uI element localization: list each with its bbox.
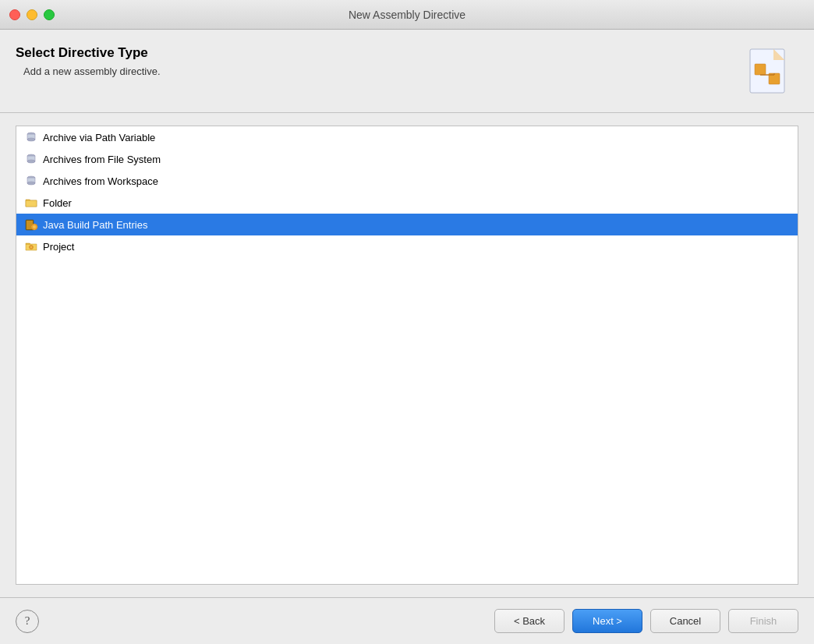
list-item[interactable]: Project (16, 235, 798, 257)
page-title: Select Directive Type (16, 45, 161, 61)
list-section: Archive via Path Variable Archives from … (0, 113, 814, 597)
list-item-label: Folder (43, 197, 72, 209)
button-bar: ? < Back Next > Cancel Finish (0, 597, 814, 644)
project-folder-icon (24, 239, 38, 253)
wizard-icon (744, 45, 798, 100)
finish-button[interactable]: Finish (728, 609, 798, 633)
list-item-label: Java Build Path Entries (43, 219, 147, 231)
list-item[interactable]: Archives from Workspace (16, 170, 798, 192)
button-bar-left: ? (16, 610, 39, 633)
main-content: Select Directive Type Add a new assembly… (0, 30, 814, 644)
svg-point-22 (33, 225, 36, 228)
svg-point-28 (30, 246, 32, 248)
list-item-label: Archive via Path Variable (43, 132, 155, 143)
archive-icon (24, 130, 38, 144)
list-item[interactable]: Folder (16, 192, 798, 214)
button-bar-right: < Back Next > Cancel Finish (494, 609, 798, 633)
maximize-button[interactable] (44, 9, 55, 20)
list-item-label: Project (43, 241, 74, 253)
java-build-icon (24, 218, 38, 232)
titlebar-buttons (9, 9, 55, 20)
titlebar: New Assembly Directive (0, 0, 814, 30)
window-title: New Assembly Directive (349, 9, 465, 21)
archive-icon (24, 152, 38, 166)
header-text: Select Directive Type Add a new assembly… (16, 45, 161, 77)
minimize-button[interactable] (27, 9, 37, 20)
svg-rect-3 (755, 64, 766, 75)
header-section: Select Directive Type Add a new assembly… (0, 30, 814, 113)
list-item-label: Archives from Workspace (43, 175, 158, 187)
svg-rect-24 (34, 228, 35, 230)
next-button[interactable]: Next > (572, 609, 642, 633)
help-button[interactable]: ? (16, 610, 39, 633)
list-item[interactable]: Archives from File System (16, 148, 798, 170)
archive-icon (24, 174, 38, 188)
svg-rect-23 (34, 224, 35, 225)
list-item-label: Archives from File System (43, 154, 161, 165)
back-button[interactable]: < Back (494, 609, 564, 633)
svg-rect-26 (36, 226, 37, 228)
list-item[interactable]: Archive via Path Variable (16, 126, 798, 148)
page-subtitle: Add a new assembly directive. (23, 65, 161, 77)
directive-list[interactable]: Archive via Path Variable Archives from … (16, 126, 798, 585)
cancel-button[interactable]: Cancel (650, 609, 720, 633)
folder-icon (24, 196, 38, 210)
close-button[interactable] (9, 9, 20, 20)
list-item[interactable]: Java Build Path Entries (16, 214, 798, 235)
svg-rect-25 (31, 226, 33, 228)
